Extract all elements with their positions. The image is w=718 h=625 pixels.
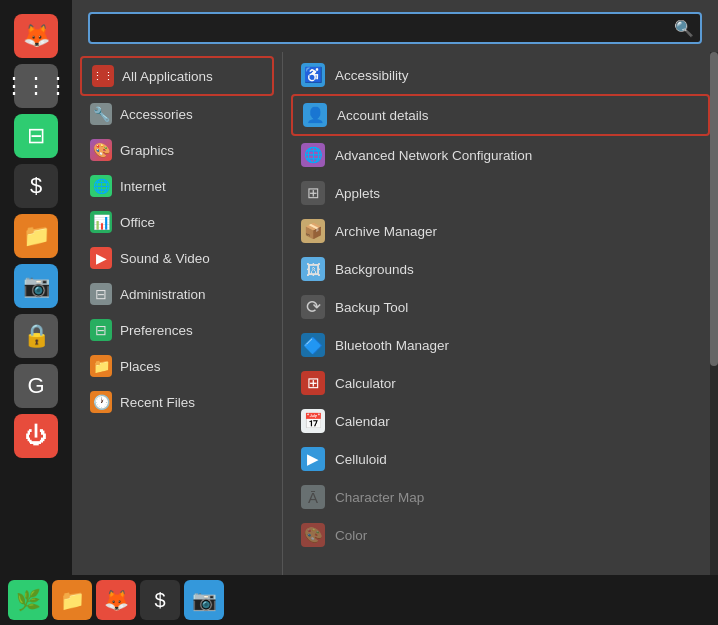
app-item-applets[interactable]: ⊞ Applets [291, 174, 710, 212]
camera-icon[interactable]: 📷 [14, 264, 58, 308]
character-map-icon: Ā [301, 485, 325, 509]
taskbar-camera-icon[interactable]: 📷 [184, 580, 224, 620]
bluetooth-manager-label: Bluetooth Manager [335, 338, 449, 353]
app-item-account-details[interactable]: 👤 Account details [291, 94, 710, 136]
office-label: Office [120, 215, 155, 230]
recent-files-icon: 🕐 [90, 391, 112, 413]
app-item-bluetooth-manager[interactable]: 🔷 Bluetooth Manager [291, 326, 710, 364]
mint-icon[interactable]: 🌿 [8, 580, 48, 620]
sound-video-icon: ▶ [90, 247, 112, 269]
toggle-icon[interactable]: ⊟ [14, 114, 58, 158]
places-label: Places [120, 359, 161, 374]
backup-tool-icon: ⟳ [301, 295, 325, 319]
scrollbar-thumb [710, 52, 718, 366]
preferences-label: Preferences [120, 323, 193, 338]
accessories-icon: 🔧 [90, 103, 112, 125]
celluloid-label: Celluloid [335, 452, 387, 467]
calendar-icon: 📅 [301, 409, 325, 433]
preferences-icon: ⊟ [90, 319, 112, 341]
app-item-character-map[interactable]: Ā Character Map [291, 478, 710, 516]
applets-label: Applets [335, 186, 380, 201]
sidebar-item-all-applications[interactable]: ⋮⋮ All Applications [80, 56, 274, 96]
sidebar-item-recent-files[interactable]: 🕐 Recent Files [80, 384, 274, 420]
character-map-label: Character Map [335, 490, 424, 505]
sidebar-item-internet[interactable]: 🌐 Internet [80, 168, 274, 204]
recent-files-label: Recent Files [120, 395, 195, 410]
app-item-accessibility[interactable]: ♿ Accessibility [291, 56, 710, 94]
sidebar-item-places[interactable]: 📁 Places [80, 348, 274, 384]
app-item-archive-manager[interactable]: 📦 Archive Manager [291, 212, 710, 250]
taskbar-firefox-icon[interactable]: 🦊 [96, 580, 136, 620]
calculator-label: Calculator [335, 376, 396, 391]
sidebar-item-administration[interactable]: ⊟ Administration [80, 276, 274, 312]
app-item-backgrounds[interactable]: 🖼 Backgrounds [291, 250, 710, 288]
scrollbar[interactable] [710, 52, 718, 575]
backgrounds-icon: 🖼 [301, 257, 325, 281]
accessibility-icon: ♿ [301, 63, 325, 87]
office-icon: 📊 [90, 211, 112, 233]
power-icon[interactable]: ⏻ [14, 414, 58, 458]
app-item-color[interactable]: 🎨 Color [291, 516, 710, 554]
account-details-label: Account details [337, 108, 429, 123]
search-bar: 🔍 [88, 12, 702, 44]
sidebar-item-preferences[interactable]: ⊟ Preferences [80, 312, 274, 348]
archive-manager-label: Archive Manager [335, 224, 437, 239]
taskbar-terminal-icon[interactable]: $ [140, 580, 180, 620]
content-area: ⋮⋮ All Applications 🔧 Accessories 🎨 Grap… [72, 52, 718, 575]
internet-label: Internet [120, 179, 166, 194]
all-applications-icon: ⋮⋮ [92, 65, 114, 87]
backgrounds-label: Backgrounds [335, 262, 414, 277]
color-label: Color [335, 528, 367, 543]
advanced-network-label: Advanced Network Configuration [335, 148, 532, 163]
calendar-label: Calendar [335, 414, 390, 429]
search-input[interactable] [88, 12, 702, 44]
color-icon: 🎨 [301, 523, 325, 547]
g-icon[interactable]: G [14, 364, 58, 408]
sidebar-item-office[interactable]: 📊 Office [80, 204, 274, 240]
places-icon: 📁 [90, 355, 112, 377]
administration-icon: ⊟ [90, 283, 112, 305]
backup-tool-label: Backup Tool [335, 300, 408, 315]
internet-icon: 🌐 [90, 175, 112, 197]
lock-icon[interactable]: 🔒 [14, 314, 58, 358]
sidebar: 🦊⋮⋮⋮⊟$📁📷🔒G⏻ [0, 0, 72, 575]
sound-video-label: Sound & Video [120, 251, 210, 266]
apps-icon[interactable]: ⋮⋮⋮ [14, 64, 58, 108]
menu-area: 🔍 ⋮⋮ All Applications 🔧 Accessories 🎨 Gr… [72, 0, 718, 575]
app-item-calendar[interactable]: 📅 Calendar [291, 402, 710, 440]
accessories-label: Accessories [120, 107, 193, 122]
advanced-network-icon: 🌐 [301, 143, 325, 167]
accessibility-label: Accessibility [335, 68, 409, 83]
firefox-icon[interactable]: 🦊 [14, 14, 58, 58]
taskbar-folder-icon[interactable]: 📁 [52, 580, 92, 620]
app-item-celluloid[interactable]: ▶ Celluloid [291, 440, 710, 478]
app-item-advanced-network[interactable]: 🌐 Advanced Network Configuration [291, 136, 710, 174]
celluloid-icon: ▶ [301, 447, 325, 471]
bluetooth-manager-icon: 🔷 [301, 333, 325, 357]
account-details-icon: 👤 [303, 103, 327, 127]
app-list: ♿ Accessibility 👤 Account details 🌐 Adva… [282, 52, 718, 575]
sidebar-item-accessories[interactable]: 🔧 Accessories [80, 96, 274, 132]
folder-icon[interactable]: 📁 [14, 214, 58, 258]
taskbar: 🌿📁🦊$📷 [0, 575, 718, 625]
sidebar-item-graphics[interactable]: 🎨 Graphics [80, 132, 274, 168]
graphics-icon: 🎨 [90, 139, 112, 161]
graphics-label: Graphics [120, 143, 174, 158]
calculator-icon: ⊞ [301, 371, 325, 395]
sidebar-item-sound-video[interactable]: ▶ Sound & Video [80, 240, 274, 276]
all-applications-label: All Applications [122, 69, 213, 84]
administration-label: Administration [120, 287, 206, 302]
applets-icon: ⊞ [301, 181, 325, 205]
terminal-icon[interactable]: $ [14, 164, 58, 208]
app-item-backup-tool[interactable]: ⟳ Backup Tool [291, 288, 710, 326]
archive-manager-icon: 📦 [301, 219, 325, 243]
search-icon[interactable]: 🔍 [674, 19, 694, 38]
categories-list: ⋮⋮ All Applications 🔧 Accessories 🎨 Grap… [72, 52, 282, 575]
app-item-calculator[interactable]: ⊞ Calculator [291, 364, 710, 402]
